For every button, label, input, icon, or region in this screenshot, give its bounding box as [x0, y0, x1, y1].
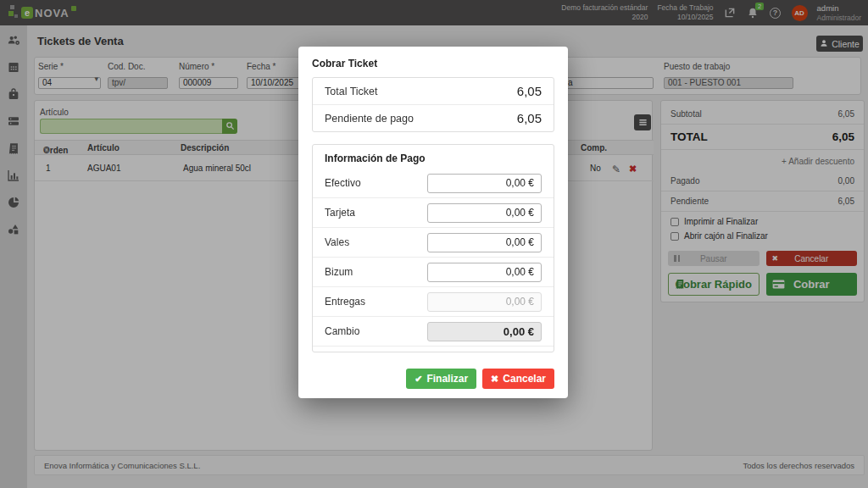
- pending-payment-row: Pendiente de pago 6,05: [313, 104, 554, 131]
- ticket-totals-box: Total Ticket 6,05 Pendiente de pago 6,05: [312, 77, 554, 132]
- entregas-input: [427, 292, 542, 312]
- efectivo-input[interactable]: [427, 174, 542, 193]
- total-ticket-label: Total Ticket: [325, 86, 378, 97]
- total-ticket-value: 6,05: [517, 84, 542, 98]
- pending-payment-label: Pendiente de pago: [325, 113, 414, 125]
- cambio-label: Cambio: [325, 325, 359, 337]
- bizum-input[interactable]: [427, 263, 542, 282]
- cross-icon: ✖: [491, 374, 498, 385]
- finalize-button[interactable]: ✔ Finalizar: [406, 369, 476, 389]
- payment-row-tarjeta: Tarjeta: [313, 198, 554, 228]
- cambio-input: [427, 322, 542, 341]
- tarjeta-label: Tarjeta: [325, 207, 355, 219]
- payment-row-vales: Vales: [313, 228, 554, 258]
- modal-title: Cobrar Ticket: [298, 47, 568, 77]
- payment-row-entregas: Entregas: [313, 287, 554, 317]
- vales-label: Vales: [325, 236, 349, 248]
- pending-payment-value: 6,05: [517, 111, 542, 125]
- check-icon: ✔: [415, 374, 422, 385]
- charge-ticket-modal: Cobrar Ticket Total Ticket 6,05 Pendient…: [298, 47, 568, 398]
- payment-section-title: Información de Pago: [313, 145, 554, 169]
- vales-input[interactable]: [427, 233, 542, 252]
- payment-row-cambio: Cambio: [313, 317, 554, 347]
- modal-cancel-button[interactable]: ✖ Cancelar: [482, 369, 554, 389]
- payment-row-efectivo: Efectivo: [313, 169, 554, 198]
- total-ticket-row: Total Ticket 6,05: [313, 78, 554, 104]
- payment-row-bizum: Bizum: [313, 258, 554, 287]
- tarjeta-input[interactable]: [427, 203, 542, 223]
- efectivo-label: Efectivo: [325, 177, 361, 189]
- entregas-label: Entregas: [325, 296, 365, 308]
- bizum-label: Bizum: [325, 266, 353, 278]
- payment-info-box: Información de Pago Efectivo Tarjeta Val…: [312, 144, 554, 352]
